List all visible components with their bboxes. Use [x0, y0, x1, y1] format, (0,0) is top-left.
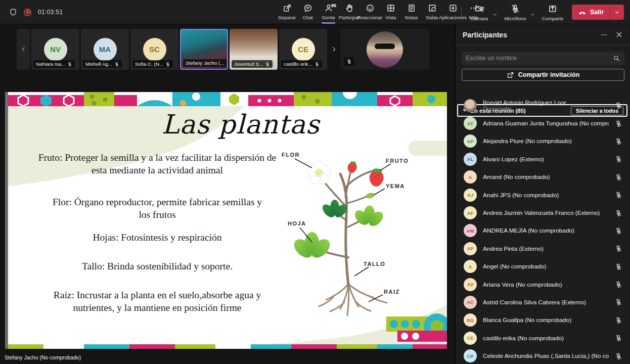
participant-row[interactable]: APAndrea Pinta (Externo) — [456, 240, 630, 257]
participant-avatar: AP — [464, 134, 477, 148]
tile-avatar: SC — [143, 38, 166, 61]
participant-row[interactable]: CEcastillo erika (No comprobado) — [456, 329, 630, 347]
participant-avatar: A — [464, 170, 477, 184]
participant-row[interactable]: Ronald Antonio Rodríguez LoorOrganizador — [456, 97, 630, 114]
participant-name: Alvaro Lopez (Externo) — [483, 156, 609, 163]
participant-mute-button[interactable] — [615, 316, 622, 324]
notes-icon — [407, 4, 416, 13]
diagram-label-raiz: RAIZ — [384, 289, 400, 295]
participant-row[interactable]: AMANDREA MEJÍA (No comprobado) — [456, 222, 630, 240]
scroll-left-button[interactable] — [17, 29, 30, 70]
participant-avatar: AT — [464, 117, 477, 130]
mic-off-icon — [510, 4, 520, 14]
diagram-label-hoja: HOJA — [288, 220, 306, 226]
video-tile[interactable] — [340, 29, 429, 70]
toolbar-button-participar[interactable]: Participar — [339, 0, 359, 24]
toolbar-button-vista[interactable]: Vista — [380, 0, 401, 24]
participant-avatar: AC — [464, 296, 477, 309]
participant-row[interactable]: AAngel (No comprobado) — [456, 258, 630, 276]
participant-mute-button[interactable] — [615, 227, 622, 235]
participant-avatar: AL — [464, 153, 477, 166]
participant-mute-button[interactable] — [615, 191, 622, 199]
participant-row[interactable]: AFAndrea Jazmin Valenzuela Franco (Exter… — [456, 204, 630, 221]
leave-button[interactable]: Salir — [572, 5, 624, 20]
microphone-button[interactable]: Micrófono — [501, 0, 529, 24]
rooms-icon — [428, 4, 437, 13]
toolbar-button-gente[interactable]: 85Gente — [318, 0, 339, 24]
toolbar-button-notas[interactable]: Notas — [401, 0, 422, 24]
participant-mute-button[interactable] — [615, 155, 622, 163]
toolbar-button-separar[interactable]: Separar — [277, 0, 297, 24]
participant-row[interactable]: ATAdriana Guaman Junta Tungurahua (No co… — [456, 114, 630, 132]
share-screen-icon — [548, 4, 558, 14]
participant-mute-button[interactable] — [615, 298, 622, 306]
participant-search-box — [462, 52, 624, 65]
participant-search-input[interactable] — [466, 55, 613, 62]
toolbar-button-salas[interactable]: Salas — [422, 0, 442, 24]
tile-name-label: Juventud S... — [232, 60, 273, 68]
participant-mute-button[interactable] — [615, 281, 622, 288]
toolbar-button-reaccionar[interactable]: Reaccionar — [359, 0, 380, 24]
participant-row[interactable]: AAmand (No comprobado) — [456, 168, 630, 186]
toolbar-button-chat[interactable]: Chat — [297, 0, 318, 24]
participant-mute-button[interactable] — [615, 138, 622, 145]
slide-top-border-decoration — [8, 92, 447, 106]
diagram-bud — [366, 193, 375, 199]
video-tile[interactable]: CEcastillo erik... — [279, 29, 327, 70]
video-tile[interactable]: SCSofia C. (N... — [130, 29, 178, 70]
participant-photo-avatar — [464, 99, 477, 112]
panel-more-options-icon[interactable] — [600, 31, 608, 39]
participant-row[interactable]: AJAnahi JPS (No comprobado) — [456, 186, 630, 204]
diagram-roots — [319, 284, 387, 315]
search-icon — [613, 55, 620, 62]
participant-row[interactable]: BGBlanca Guallpa (No comprobado) — [456, 311, 630, 329]
participant-mute-button[interactable] — [615, 209, 622, 217]
mic-off-icon — [615, 281, 622, 288]
participant-mute-button[interactable] — [615, 245, 622, 252]
participant-avatar: CE — [464, 332, 477, 345]
participant-mute-button[interactable] — [615, 352, 622, 360]
camera-options-chevron-icon[interactable] — [492, 12, 498, 18]
diagram-label-fruto: FRUTO — [386, 158, 409, 164]
share-invite-icon — [507, 71, 514, 79]
participant-mute-button[interactable] — [615, 102, 622, 109]
scroll-right-button[interactable] — [329, 29, 339, 70]
toolbar-divider — [461, 6, 462, 19]
participant-row[interactable]: APAlejandra Piure (No comprobado) — [456, 132, 630, 150]
video-tile[interactable]: Juventud S... — [230, 29, 278, 70]
video-tile[interactable]: Stefany Jacho (... — [180, 29, 228, 70]
participant-role: Organizador — [483, 106, 609, 112]
panel-close-icon[interactable] — [615, 31, 623, 38]
mic-off-icon — [615, 334, 622, 342]
chevron-down-icon — [492, 12, 498, 18]
microphone-label: Micrófono — [504, 16, 526, 21]
slide-paragraph: Raíz: Incrustar a la planta en el suelo,… — [41, 289, 274, 314]
diagram-leaves — [291, 200, 386, 261]
video-tile[interactable]: NVNahiara Isa... — [31, 29, 79, 70]
participant-avatar: AF — [464, 206, 477, 219]
toolbar-button-label: Participar — [339, 15, 359, 20]
leave-options-chevron-icon[interactable] — [610, 5, 624, 20]
participant-text: Blanca Guallpa (No comprobado) — [483, 316, 609, 324]
mic-off-icon — [67, 62, 72, 67]
participant-row[interactable]: CPCeleste Anchundia Pluas (,Santa Lucia,… — [456, 347, 630, 364]
share-invite-label: Compartir invitación — [518, 71, 580, 78]
camera-button[interactable]: Cámara — [467, 0, 492, 24]
participant-row[interactable]: ACAstrid Carolina Silva Cabrera (Externo… — [456, 293, 630, 311]
share-invite-button[interactable]: Compartir invitación — [462, 69, 624, 81]
participant-text: Angel (No comprobado) — [483, 263, 609, 270]
participant-text: Amand (No comprobado) — [483, 173, 609, 180]
participant-avatar: AJ — [464, 189, 477, 202]
participant-mute-button[interactable] — [615, 173, 622, 181]
tile-avatar: NV — [44, 38, 67, 61]
participant-mute-button[interactable] — [615, 263, 622, 270]
participant-row[interactable]: AVAriana Vera (No comprobado) — [456, 276, 630, 293]
video-tile[interactable]: MAMishell Ag... — [81, 29, 129, 70]
mic-options-chevron-icon[interactable] — [529, 12, 535, 18]
participant-mute-button[interactable] — [615, 120, 622, 127]
participant-row[interactable]: ALAlvaro Lopez (Externo) — [456, 150, 630, 168]
participant-mute-button[interactable] — [615, 334, 622, 342]
share-button[interactable]: Comparte — [538, 0, 567, 24]
participant-name: Ariana Vera (No comprobado) — [483, 281, 609, 288]
participants-panel-header: Participantes — [456, 24, 630, 46]
